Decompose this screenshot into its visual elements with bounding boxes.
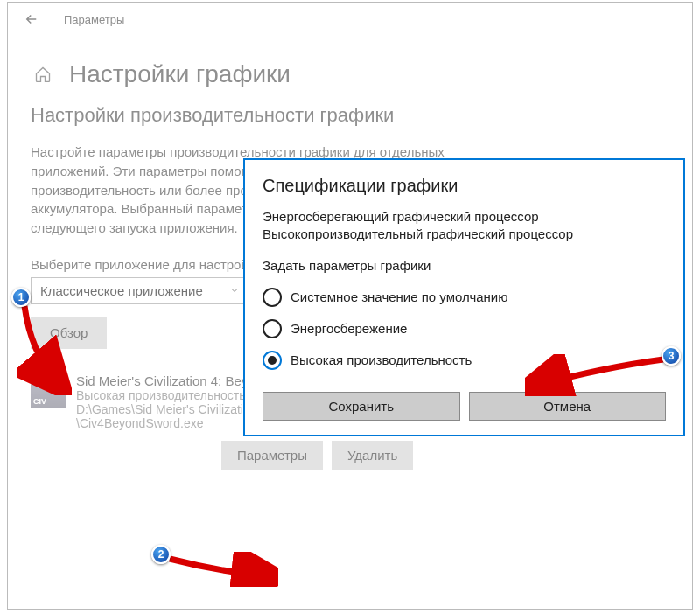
dropdown-value: Классическое приложение — [40, 283, 203, 298]
dialog-gpu-powersave: Энергосберегающий графический процессор — [262, 208, 666, 226]
radio-icon — [262, 319, 282, 338]
dialog-title: Спецификации графики — [262, 176, 666, 196]
callout-badge-2: 2 — [151, 545, 171, 564]
arrow-annotation-2 — [164, 552, 278, 587]
chevron-down-icon — [229, 285, 240, 296]
radio-label: Высокая производительность — [290, 352, 472, 367]
radio-icon — [262, 351, 282, 370]
radio-icon — [262, 288, 282, 307]
save-button[interactable]: Сохранить — [262, 392, 460, 421]
arrow-annotation-3 — [525, 354, 669, 396]
radio-option-powersave[interactable]: Энергосбережение — [262, 313, 666, 345]
header-title: Параметры — [64, 13, 124, 26]
dialog-gpu-highperf: Высокопроизводительный графический проце… — [262, 226, 666, 243]
radio-label: Энергосбережение — [290, 321, 407, 336]
back-icon[interactable] — [24, 11, 39, 27]
app-options-button[interactable]: Параметры — [221, 441, 323, 470]
callout-badge-1: 1 — [11, 288, 31, 307]
app-delete-button[interactable]: Удалить — [332, 441, 413, 470]
section-heading: Настройки производительности графики — [31, 104, 669, 127]
callout-badge-3: 3 — [662, 346, 681, 366]
arrow-annotation-1 — [18, 299, 72, 395]
page-title: Настройки графики — [69, 60, 290, 88]
home-icon[interactable] — [34, 66, 52, 83]
radio-label: Системное значение по умолчанию — [290, 289, 508, 304]
radio-option-default[interactable]: Системное значение по умолчанию — [262, 282, 666, 313]
dialog-subheading: Задать параметры графики — [262, 258, 666, 273]
